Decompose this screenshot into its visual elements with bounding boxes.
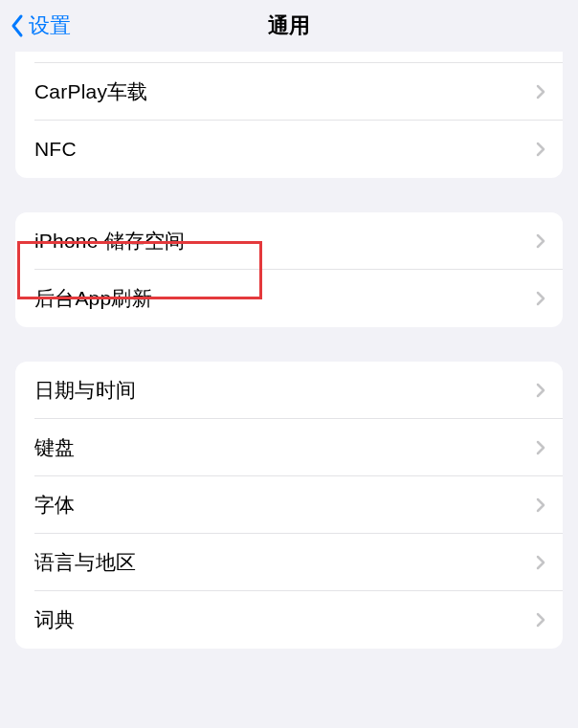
settings-row-nfc[interactable]: NFC	[15, 121, 563, 178]
settings-row-carplay[interactable]: CarPlay车载	[15, 63, 563, 121]
chevron-right-icon	[536, 497, 545, 513]
back-label: 设置	[29, 11, 71, 40]
row-label: 词典	[34, 607, 75, 633]
chevron-right-icon	[536, 612, 545, 628]
row-label: 日期与时间	[34, 377, 136, 404]
settings-row-date-time[interactable]: 日期与时间	[15, 362, 563, 419]
row-label: 字体	[34, 492, 75, 518]
chevron-right-icon	[536, 555, 545, 570]
row-label: NFC	[34, 138, 77, 161]
settings-row-background-refresh[interactable]: 后台App刷新	[15, 270, 563, 327]
row-label: 键盘	[34, 434, 75, 461]
settings-group: CarPlay车载 NFC	[15, 52, 563, 178]
row-label: 语言与地区	[34, 549, 136, 576]
settings-row-language-region[interactable]: 语言与地区	[15, 534, 563, 591]
chevron-right-icon	[536, 383, 545, 398]
chevron-right-icon	[536, 291, 545, 306]
settings-row-fonts[interactable]: 字体	[15, 476, 563, 534]
row-label: CarPlay车载	[34, 78, 148, 105]
settings-row-storage[interactable]: iPhone 储存空间	[15, 212, 563, 270]
chevron-left-icon	[10, 13, 25, 38]
settings-row-dictionary[interactable]: 词典	[15, 591, 563, 649]
page-title: 通用	[268, 11, 310, 40]
settings-row-partial[interactable]	[15, 52, 563, 63]
settings-row-keyboard[interactable]: 键盘	[15, 419, 563, 476]
content: CarPlay车载 NFC iPhone 储存空间 后台App刷新 日期与时间 …	[0, 52, 578, 649]
back-button[interactable]: 设置	[10, 11, 71, 40]
settings-group: iPhone 储存空间 后台App刷新	[15, 212, 563, 327]
nav-bar: 设置 通用	[0, 0, 578, 52]
chevron-right-icon	[536, 84, 545, 99]
row-label: 后台App刷新	[34, 285, 152, 312]
chevron-right-icon	[536, 142, 545, 157]
row-label: iPhone 储存空间	[34, 228, 185, 254]
chevron-right-icon	[536, 233, 545, 249]
settings-group: 日期与时间 键盘 字体 语言与地区 词典	[15, 362, 563, 649]
chevron-right-icon	[536, 440, 545, 455]
